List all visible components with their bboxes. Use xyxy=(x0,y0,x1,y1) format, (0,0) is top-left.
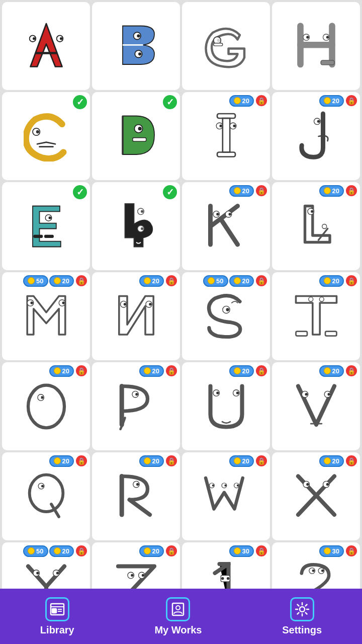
svg-point-88 xyxy=(326,483,328,486)
coin-lock-bar: 20 🔒 xyxy=(229,184,268,197)
svg-point-84 xyxy=(224,484,226,486)
svg-rect-23 xyxy=(217,152,235,156)
svg-point-51 xyxy=(123,303,126,305)
check-badge: ✓ xyxy=(162,94,178,110)
svg-point-32 xyxy=(48,216,51,219)
coin-lock-bar: 20 🔒 xyxy=(319,364,358,377)
cell-T[interactable]: 20 🔒 xyxy=(272,272,360,360)
svg-point-44 xyxy=(311,210,313,212)
cell-I[interactable]: 20 🔒 xyxy=(182,92,270,180)
svg-point-5 xyxy=(137,34,140,37)
svg-point-69 xyxy=(236,391,238,394)
svg-point-63 xyxy=(40,397,41,398)
svg-point-71 xyxy=(305,393,307,395)
coin-amount-2: 20 xyxy=(62,547,69,555)
cell-P[interactable]: 20 🔒 xyxy=(92,362,180,450)
cell-V[interactable]: 20 🔒 xyxy=(272,362,360,450)
coin-amount: 20 xyxy=(242,97,249,105)
nav-settings[interactable]: Settings xyxy=(282,597,322,636)
nav-my-works[interactable]: My Works xyxy=(154,597,202,636)
coin-icon xyxy=(144,457,151,464)
cell-A[interactable] xyxy=(2,2,90,90)
coin-icon-1 xyxy=(28,277,35,284)
cell-K[interactable]: 20 🔒 xyxy=(182,182,270,270)
cell-E[interactable]: ✓ xyxy=(2,182,90,270)
coin-icon-1 xyxy=(208,277,215,284)
svg-point-82 xyxy=(236,484,238,486)
lock-icon: 🔒 xyxy=(165,544,178,557)
coin-amount: 20 xyxy=(332,187,339,195)
cell-X[interactable]: 20 🔒 xyxy=(272,452,360,540)
lock-icon: 🔒 xyxy=(255,544,268,557)
svg-point-3 xyxy=(60,37,62,40)
svg-point-58 xyxy=(308,297,313,301)
bottom-nav: Library My Works Settings xyxy=(0,589,362,644)
coin-amount-1: 50 xyxy=(216,277,223,285)
coin-badge: 30 xyxy=(319,545,344,557)
coin-lock-bar: 20 🔒 xyxy=(139,364,178,377)
cell-U[interactable]: 20 🔒 xyxy=(182,362,270,450)
svg-point-99 xyxy=(226,577,229,580)
coin-badge: 20 xyxy=(139,365,164,377)
my-works-label: My Works xyxy=(154,624,202,636)
cell-N[interactable]: 20 🔒 xyxy=(92,272,180,360)
cell-C[interactable]: ✓ xyxy=(2,92,90,180)
cell-R[interactable]: 20 🔒 xyxy=(92,452,180,540)
cell-L[interactable]: 20 🔒 xyxy=(272,182,360,270)
cell-F[interactable]: ✓ xyxy=(92,182,180,270)
svg-point-67 xyxy=(216,391,219,394)
coin-lock-bar: 20 🔒 xyxy=(139,274,178,287)
svg-point-109 xyxy=(176,606,180,610)
lock-icon: 🔒 xyxy=(345,94,358,107)
lock-icon: 🔒 xyxy=(165,364,178,377)
svg-rect-24 xyxy=(222,118,229,152)
cell-G[interactable] xyxy=(182,2,270,90)
nav-library[interactable]: Library xyxy=(40,597,74,636)
cell-B[interactable] xyxy=(92,2,180,90)
coin-lock-bar: 20 🔒 xyxy=(139,544,178,557)
settings-icon xyxy=(290,597,314,621)
cell-D[interactable]: ✓ xyxy=(92,92,180,180)
coin-icon xyxy=(324,187,331,194)
svg-point-101 xyxy=(312,569,314,572)
lock-icon: 🔒 xyxy=(345,544,358,557)
svg-rect-105 xyxy=(52,609,56,613)
svg-point-38 xyxy=(141,227,143,229)
svg-point-40 xyxy=(216,213,219,215)
cell-S[interactable]: 50 20 🔒 xyxy=(182,272,270,360)
coin-badge: 20 xyxy=(139,275,164,287)
svg-point-86 xyxy=(306,483,309,486)
lock-icon: 🔒 xyxy=(165,274,178,287)
coin-badge: 20 xyxy=(49,455,74,467)
coin-icon xyxy=(234,457,241,464)
coin-amount: 30 xyxy=(242,547,249,555)
coin-icon xyxy=(234,367,241,374)
svg-point-45 xyxy=(322,224,326,228)
coin-icon xyxy=(324,277,331,284)
cell-W[interactable]: 20 🔒 xyxy=(182,452,270,540)
coin-icon xyxy=(54,457,61,464)
cell-Q[interactable]: 20 🔒 xyxy=(2,452,90,540)
lock-icon: 🔒 xyxy=(255,274,268,287)
coin-badge: 20 xyxy=(319,95,344,107)
coin-amount-1: 50 xyxy=(36,277,43,285)
cell-O[interactable]: 20 🔒 xyxy=(2,362,90,450)
coin-icon-2 xyxy=(54,277,61,284)
svg-point-30 xyxy=(317,120,319,122)
svg-point-65 xyxy=(135,393,138,395)
check-badge: ✓ xyxy=(72,94,88,110)
coin-amount-1: 50 xyxy=(36,547,43,555)
coin-amount: 20 xyxy=(242,187,249,195)
coin-icon xyxy=(324,97,331,104)
coin-lock-bar: 20 🔒 xyxy=(49,454,88,467)
cell-M[interactable]: 50 20 🔒 xyxy=(2,272,90,360)
coin-badge: 20 xyxy=(229,455,254,467)
svg-point-94 xyxy=(131,574,133,576)
cell-J[interactable]: 20 🔒 xyxy=(272,92,360,180)
coin-icon xyxy=(144,367,151,374)
cell-H[interactable] xyxy=(272,2,360,90)
coin-badge: 20 xyxy=(229,185,254,197)
svg-point-55 xyxy=(226,308,229,311)
svg-point-74 xyxy=(29,474,63,511)
lock-icon: 🔒 xyxy=(345,274,358,287)
